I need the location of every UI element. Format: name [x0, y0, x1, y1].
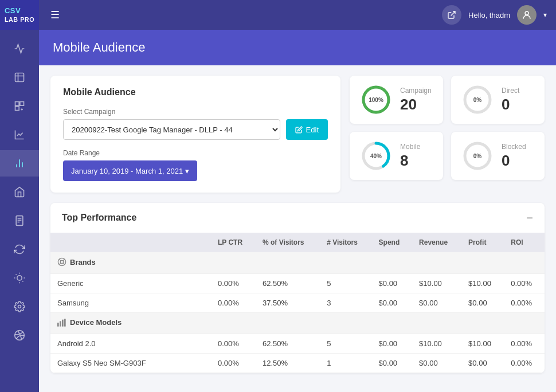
row-visitors: 5	[320, 334, 371, 353]
col-visitors-num: # Visitors	[320, 233, 371, 252]
svg-rect-2	[15, 107, 19, 111]
table-row: Galaxy S5 Neo SM-G903F 0.00% 12.50% 1 $0…	[50, 353, 545, 373]
stat-card-campaign: 100% Campaign 20	[350, 76, 443, 124]
direct-label: Direct	[502, 87, 519, 95]
mobile-label: Mobile	[400, 143, 420, 151]
user-greeting: Hello, thadm	[468, 11, 510, 19]
row-revenue: $0.00	[412, 353, 461, 373]
row-lp-ctr: 0.00%	[211, 353, 256, 373]
logo[interactable]: CSVLAB PRO	[0, 0, 39, 30]
table-row: Samsung 0.00% 37.50% 3 $0.00 $0.00 $0.00…	[50, 293, 545, 313]
sidebar-item-predict[interactable]	[0, 322, 39, 348]
svg-rect-0	[15, 102, 19, 106]
collapse-button[interactable]: −	[526, 212, 533, 224]
row-roi: 0.00%	[504, 293, 545, 313]
sidebar-item-store[interactable]	[0, 179, 39, 205]
sidebar-item-lab[interactable]	[0, 64, 39, 91]
performance-card: Top Performance − LP CTR % of Visitors #…	[50, 203, 545, 373]
sidebar-item-add[interactable]	[0, 93, 39, 119]
sidebar-item-reports[interactable]	[0, 121, 39, 148]
svg-point-17	[18, 305, 21, 308]
date-range-label: Date Range	[63, 149, 328, 157]
col-profit: Profit	[461, 233, 504, 252]
row-name: Galaxy S5 Neo SM-G903F	[50, 353, 211, 373]
sidebar-item-analytics[interactable]	[0, 36, 39, 62]
page-title: Mobile Audience	[53, 40, 542, 55]
table-header: LP CTR % of Visitors # Visitors Spend Re…	[50, 233, 545, 252]
brands-section-label: Brands	[57, 257, 96, 266]
svg-point-10	[17, 276, 22, 280]
table-row: Generic 0.00% 62.50% 5 $0.00 $10.00 $10.…	[50, 274, 545, 293]
row-spend: $0.00	[372, 293, 413, 313]
row-spend: $0.00	[372, 274, 413, 293]
blocked-circle: 0%	[461, 140, 494, 172]
sidebar-item-trends[interactable]	[0, 150, 39, 177]
date-range-value: January 10, 2019 - March 1, 2021 ▾	[71, 167, 189, 175]
svg-point-30	[60, 260, 63, 263]
row-visitors-pct: 12.50%	[256, 353, 320, 373]
stat-card-blocked: 0% Blocked 0	[451, 132, 545, 180]
select-row: 20200922-Test Google Tag Manager - DLLP …	[63, 119, 328, 140]
svg-line-13	[16, 275, 17, 275]
sidebar-item-clipboard[interactable]	[0, 207, 39, 234]
campaign-percent: 100%	[369, 97, 383, 103]
blocked-value: 0	[502, 152, 526, 170]
col-spend: Spend	[372, 233, 413, 252]
row-visitors-pct: 62.50%	[256, 274, 320, 293]
svg-rect-37	[60, 321, 61, 326]
row-profit: $0.00	[461, 353, 504, 373]
row-visitors: 3	[320, 293, 371, 313]
device-models-section-label: Device Models	[57, 318, 122, 327]
stat-row-bottom: 40% Mobile 8	[350, 132, 545, 180]
main-area: ☰ Hello, thadm ▾ Mobile Audience Mobile …	[39, 0, 556, 392]
row-lp-ctr: 0.00%	[211, 293, 256, 313]
audience-card: Mobile Audience Select Campaign 20200922…	[50, 76, 340, 193]
col-visitors-pct: % of Visitors	[256, 233, 320, 252]
svg-line-31	[59, 259, 61, 261]
sidebar-item-settings[interactable]	[0, 293, 39, 320]
audience-card-title: Mobile Audience	[63, 87, 328, 97]
stat-row-top: 100% Campaign 20	[350, 76, 545, 124]
row-profit: $10.00	[461, 274, 504, 293]
blocked-label: Blocked	[502, 143, 526, 151]
user-avatar[interactable]	[517, 5, 537, 25]
sidebar-item-ideas[interactable]	[0, 265, 39, 291]
user-menu-chevron[interactable]: ▾	[543, 11, 547, 19]
row-name: Android 2.0	[50, 334, 211, 353]
svg-line-14	[22, 281, 23, 281]
external-link-icon[interactable]	[442, 5, 461, 25]
mobile-value: 8	[400, 152, 420, 170]
row-revenue: $10.00	[412, 334, 461, 353]
campaign-circle: 100%	[360, 84, 392, 116]
row-lp-ctr: 0.00%	[211, 334, 256, 353]
row-visitors-pct: 37.50%	[256, 293, 320, 313]
sidebar-item-sync[interactable]	[0, 236, 39, 262]
direct-circle: 0%	[461, 84, 494, 116]
row-revenue: $10.00	[412, 274, 461, 293]
blocked-percent: 0%	[473, 153, 481, 159]
edit-button[interactable]: Edit	[286, 119, 328, 140]
stat-card-mobile: 40% Mobile 8	[350, 132, 443, 180]
performance-header: Top Performance −	[50, 203, 545, 233]
row-spend: $0.00	[372, 353, 413, 373]
svg-line-34	[63, 260, 64, 261]
table-row: Android 2.0 0.00% 62.50% 5 $0.00 $10.00 …	[50, 334, 545, 353]
stat-cards-column: 100% Campaign 20	[350, 76, 545, 180]
menu-icon[interactable]: ☰	[50, 9, 60, 21]
col-name	[50, 233, 211, 252]
mobile-circle: 40%	[360, 140, 392, 172]
svg-point-20	[525, 11, 528, 15]
date-range-button[interactable]: January 10, 2019 - March 1, 2021 ▾	[63, 160, 197, 181]
sidebar-nav	[0, 36, 39, 348]
campaign-select[interactable]: 20200922-Test Google Tag Manager - DLLP …	[63, 119, 280, 140]
row-profit: $10.00	[461, 334, 504, 353]
section-brands: Brands	[50, 252, 545, 274]
row-roi: 0.00%	[504, 274, 545, 293]
section-device-models: Device Models	[50, 313, 545, 334]
svg-line-19	[451, 11, 455, 15]
col-roi: ROI	[504, 233, 545, 252]
row-revenue: $0.00	[412, 293, 461, 313]
page-content: Mobile Audience Mobile Audience Select C…	[39, 30, 556, 392]
svg-rect-36	[57, 323, 59, 327]
campaign-value: 20	[400, 96, 432, 113]
